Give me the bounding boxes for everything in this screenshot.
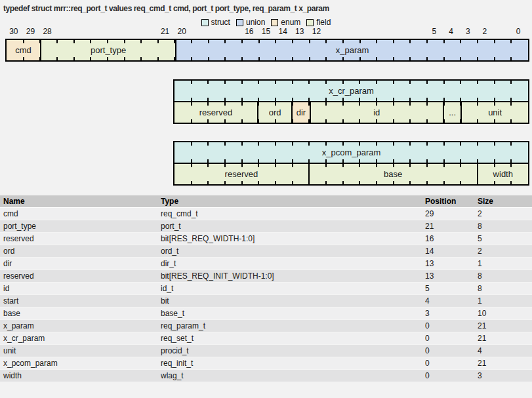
bit-tick (241, 181, 243, 184)
table-row: x_pcom_paramreq_init_t021 (0, 357, 532, 370)
bit-tick (258, 181, 259, 184)
table-cell: req_init_t (161, 357, 425, 369)
bit-tick (376, 40, 377, 43)
bit-tick (426, 40, 428, 43)
bit-tick (207, 142, 209, 146)
bit-tick (292, 81, 293, 84)
bit-tick (56, 40, 58, 43)
field-cell-dir: dir (291, 102, 309, 123)
bit-tick (393, 102, 394, 106)
bit-tick (308, 181, 310, 184)
table-row: dirdir_t131 (0, 258, 532, 270)
table-cell: 3 (425, 308, 478, 319)
bit-tick (191, 181, 192, 184)
bit-tick (510, 181, 512, 184)
enum-swatch-icon (271, 19, 278, 26)
bit-tick (174, 57, 175, 60)
table-row: unitprocid_t04 (0, 345, 532, 357)
bit-tick (224, 142, 226, 146)
bit-tick (443, 81, 445, 84)
bit-tick (325, 142, 327, 146)
table-cell: cmd (0, 208, 161, 220)
legend-item-enum: enum (271, 18, 300, 27)
table-cell: bit[RES_REQ_WIDTH-1:0] (161, 233, 425, 245)
field-cell-width: width (477, 164, 528, 184)
bit-tick (460, 181, 461, 184)
bit-tick (241, 81, 243, 84)
bit-tick (460, 57, 461, 60)
table-cell: start (0, 295, 161, 307)
bit-tick (292, 119, 293, 123)
bit-tick (443, 57, 445, 60)
bit-tick (342, 119, 344, 123)
bit-tick (241, 142, 243, 146)
bit-tick (359, 57, 361, 60)
bit-tick (275, 164, 276, 167)
column-header-type: Type (161, 195, 425, 207)
bit-tick (309, 57, 310, 60)
legend-label: enum (281, 18, 300, 27)
bit-tick (207, 81, 209, 84)
bit-tick (208, 40, 209, 43)
bit-tick (510, 81, 512, 84)
bit-tick (443, 181, 445, 184)
legend-label: union (246, 18, 265, 27)
bit-tick (426, 119, 428, 123)
column-header-size: Size (478, 195, 532, 207)
bit-tick (510, 40, 512, 43)
bit-tick (107, 40, 108, 43)
table-cell: port_type (0, 220, 161, 232)
table-row: basebase_t310 (0, 308, 532, 320)
bit-tick (460, 40, 461, 43)
bit-tick (224, 81, 226, 84)
bit-tick (90, 57, 91, 60)
bit-tick (342, 181, 344, 184)
bit-tick (409, 57, 411, 60)
bit-tick (359, 181, 360, 184)
legend-item-field: field (306, 18, 331, 27)
bit-label-5: 5 (432, 27, 437, 36)
bit-tick (140, 57, 142, 60)
register-req-port: cmdport_typex_param (5, 39, 529, 62)
bit-tick (157, 57, 159, 60)
bit-tick (426, 102, 428, 106)
bit-tick (73, 40, 75, 43)
bit-tick (325, 102, 327, 106)
table-cell: 0 (425, 370, 478, 382)
bit-tick (56, 57, 58, 60)
bit-tick (460, 102, 461, 106)
bit-tick (494, 102, 495, 106)
table-row: cmdreq_cmd_t292 (0, 208, 532, 220)
bit-tick (477, 164, 478, 167)
bit-label-16: 16 (245, 27, 253, 36)
bit-tick (241, 119, 243, 123)
legend-item-union: union (236, 18, 265, 27)
table-cell: 0 (425, 345, 478, 357)
bit-tick (191, 57, 192, 60)
bit-tick (477, 102, 478, 106)
bit-tick (494, 142, 495, 146)
table-cell: reserved (0, 233, 161, 245)
bit-scale: 3029282120161514131254320 (0, 27, 532, 37)
bit-tick (477, 181, 478, 184)
bit-tick (460, 119, 461, 123)
register-fields-row: cmdport_typex_param (7, 40, 528, 60)
bit-tick (359, 102, 360, 106)
table-row: startbit41 (0, 295, 532, 308)
table-cell: 10 (478, 308, 532, 319)
bit-tick (241, 102, 243, 106)
bit-label-3: 3 (466, 27, 470, 36)
bitfield-page: typedef struct mrr::req_port_t values re… (0, 0, 532, 398)
bit-tick (342, 142, 344, 146)
bit-tick (308, 142, 310, 146)
bit-label-0: 0 (516, 27, 521, 36)
table-cell: 1 (478, 258, 532, 269)
bit-tick (258, 164, 259, 167)
bit-tick (409, 81, 411, 84)
bit-label-14: 14 (278, 27, 287, 36)
bit-tick (224, 181, 226, 184)
bit-tick (359, 81, 360, 84)
bit-tick (426, 181, 428, 184)
bit-label-30: 30 (9, 27, 18, 36)
table-cell: 5 (425, 283, 478, 294)
